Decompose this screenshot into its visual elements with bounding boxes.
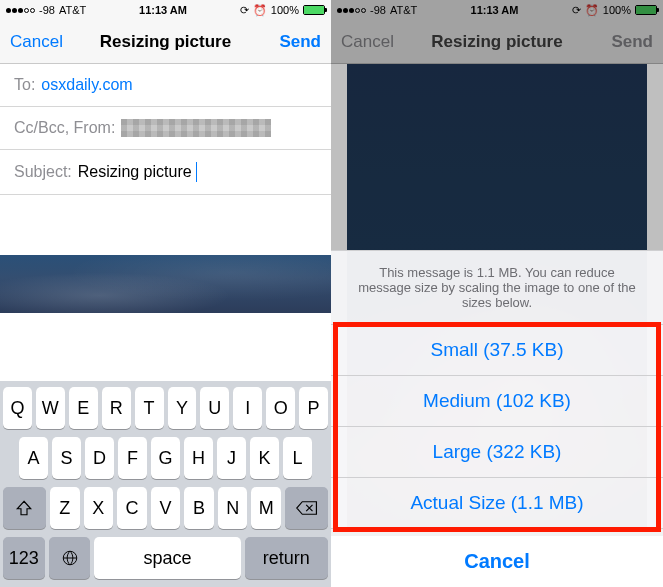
key-o[interactable]: O [266, 387, 295, 429]
key-s[interactable]: S [52, 437, 81, 479]
key-i[interactable]: I [233, 387, 262, 429]
right-pane-action-sheet: -98 AT&T 11:13 AM ⟳ ⏰ 100% Cancel Resizi… [331, 0, 663, 587]
key-l[interactable]: L [283, 437, 312, 479]
attached-image-preview[interactable] [0, 255, 331, 313]
backspace-key[interactable] [285, 487, 328, 529]
key-b[interactable]: B [184, 487, 214, 529]
resize-action-sheet: This message is 1.1 MB. You can reduce m… [331, 250, 663, 587]
globe-icon [61, 549, 79, 567]
key-h[interactable]: H [184, 437, 213, 479]
to-value: osxdaily.com [41, 76, 132, 94]
numbers-key[interactable]: 123 [3, 537, 45, 579]
key-u[interactable]: U [200, 387, 229, 429]
key-r[interactable]: R [102, 387, 131, 429]
compose-navbar: Cancel Resizing picture Send [0, 20, 331, 64]
rotation-lock-icon: ⟳ [240, 4, 249, 17]
to-label: To: [14, 76, 35, 94]
key-m[interactable]: M [251, 487, 281, 529]
to-field-row[interactable]: To: osxdaily.com [0, 64, 331, 107]
size-option-small[interactable]: Small (37.5 KB) [331, 325, 663, 376]
carrier-label: AT&T [59, 4, 86, 16]
left-pane-compose: -98 AT&T 11:13 AM ⟳ ⏰ 100% Cancel Resizi… [0, 0, 331, 587]
key-c[interactable]: C [117, 487, 147, 529]
size-option-actual[interactable]: Actual Size (1.1 MB) [331, 478, 663, 529]
key-x[interactable]: X [84, 487, 114, 529]
status-bar: -98 AT&T 11:13 AM ⟳ ⏰ 100% [0, 0, 331, 20]
key-g[interactable]: G [151, 437, 180, 479]
signal-dots-icon [6, 8, 35, 13]
subject-field-row[interactable]: Subject: Resizing picture [0, 150, 331, 195]
return-key[interactable]: return [245, 537, 328, 579]
shift-icon [15, 499, 33, 517]
key-w[interactable]: W [36, 387, 65, 429]
key-z[interactable]: Z [50, 487, 80, 529]
action-sheet-message: This message is 1.1 MB. You can reduce m… [331, 250, 663, 325]
subject-value: Resizing picture [78, 163, 192, 181]
space-key[interactable]: space [94, 537, 240, 579]
backspace-icon [296, 500, 318, 516]
send-button[interactable]: Send [279, 32, 321, 52]
cancel-button[interactable]: Cancel [10, 32, 63, 52]
key-t[interactable]: T [135, 387, 164, 429]
ccbcc-field-row[interactable]: Cc/Bcc, From: [0, 107, 331, 150]
key-a[interactable]: A [19, 437, 48, 479]
text-cursor [196, 162, 197, 182]
battery-icon [303, 5, 325, 15]
key-q[interactable]: Q [3, 387, 32, 429]
key-k[interactable]: K [250, 437, 279, 479]
alarm-icon: ⏰ [253, 4, 267, 17]
key-y[interactable]: Y [168, 387, 197, 429]
subject-label: Subject: [14, 163, 72, 181]
key-p[interactable]: P [299, 387, 328, 429]
shift-key[interactable] [3, 487, 46, 529]
size-option-medium[interactable]: Medium (102 KB) [331, 376, 663, 427]
from-value-redacted [121, 119, 271, 137]
action-sheet-cancel[interactable]: Cancel [331, 529, 663, 587]
size-option-large[interactable]: Large (322 KB) [331, 427, 663, 478]
battery-pct: 100% [271, 4, 299, 16]
ccbcc-label: Cc/Bcc, From: [14, 119, 115, 137]
key-e[interactable]: E [69, 387, 98, 429]
key-j[interactable]: J [217, 437, 246, 479]
key-v[interactable]: V [151, 487, 181, 529]
globe-key[interactable] [49, 537, 91, 579]
key-n[interactable]: N [218, 487, 248, 529]
keyboard: QWERTYUIOP ASDFGHJKL ZXCVBNM 123 space r… [0, 381, 331, 587]
signal-strength: -98 [39, 4, 55, 16]
status-time: 11:13 AM [139, 4, 187, 16]
key-f[interactable]: F [118, 437, 147, 479]
key-d[interactable]: D [85, 437, 114, 479]
